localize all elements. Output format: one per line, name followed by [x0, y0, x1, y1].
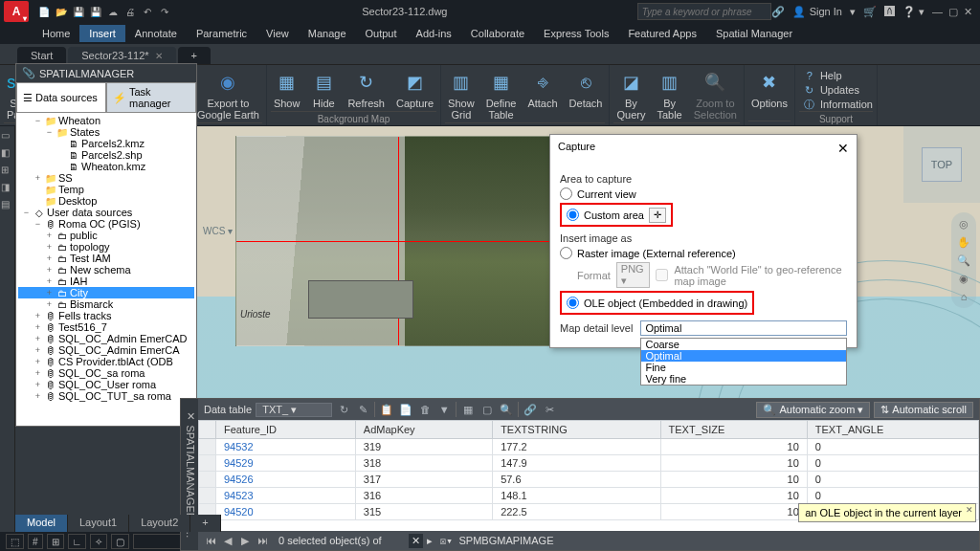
tree-toggle-icon[interactable]: −: [22, 208, 31, 217]
dt-refresh-icon[interactable]: ↻: [336, 402, 351, 417]
osnap-toggle[interactable]: ▢: [111, 534, 129, 549]
menu-spatial-manager[interactable]: Spatial Manager: [706, 25, 802, 42]
tree-toggle-icon[interactable]: +: [33, 334, 42, 343]
dt-header[interactable]: Feature_ID: [216, 421, 356, 439]
tree-item[interactable]: +🛢Fells tracks: [18, 310, 194, 321]
doctab-new[interactable]: +: [178, 47, 211, 64]
detail-option[interactable]: Very fine: [641, 373, 846, 385]
nav-steer-icon[interactable]: ⌂: [961, 291, 968, 302]
dt-close-icon[interactable]: ✕: [187, 410, 195, 423]
spm-tab-data-sources[interactable]: ☰Data sources: [16, 82, 106, 113]
tree-item[interactable]: +🛢SQL_OC_TUT_sa roma: [18, 390, 194, 402]
dt-define-table-button[interactable]: ▦DefineTable: [483, 69, 520, 122]
tree-toggle-icon[interactable]: −: [33, 219, 42, 229]
dt-filter-icon[interactable]: ▼: [436, 402, 452, 417]
sel-by-table-button[interactable]: ▥ByTable: [654, 69, 684, 122]
qat-undo-icon[interactable]: ↶: [140, 4, 155, 19]
attach-icon[interactable]: 📎: [22, 67, 35, 79]
tree-item[interactable]: −◇User data sources: [18, 207, 194, 218]
doctab-close-icon[interactable]: ✕: [155, 51, 163, 61]
layout-tab-model[interactable]: Model: [15, 515, 68, 532]
dt-layer-select[interactable]: TXT_ ▾: [256, 403, 332, 417]
bg-refresh-button[interactable]: ↻Refresh: [345, 69, 388, 111]
rail-icon-2[interactable]: ◧: [1, 147, 14, 161]
help-icon[interactable]: ❔ ▾: [902, 6, 924, 18]
dt-delete-icon[interactable]: 🗑: [417, 402, 433, 417]
table-row[interactable]: 94523316148.1100: [199, 488, 979, 504]
detail-option[interactable]: Fine: [641, 362, 846, 373]
tree-toggle-icon[interactable]: −: [33, 116, 42, 125]
qat-new-icon[interactable]: 📄: [36, 4, 52, 19]
radio-raster[interactable]: Raster image (External reference): [560, 247, 847, 259]
tree-toggle-icon[interactable]: +: [33, 322, 42, 332]
tree-item[interactable]: −📁States: [18, 126, 194, 138]
qat-save-icon[interactable]: 💾: [71, 4, 86, 19]
tree-item[interactable]: +📁SS: [18, 172, 194, 184]
tree-item[interactable]: +🛢CS Provider.tblAct (ODB: [18, 356, 194, 367]
app-logo[interactable]: A: [4, 1, 29, 22]
dt-next-icon[interactable]: ▶: [238, 534, 252, 547]
ortho-toggle[interactable]: ∟: [68, 534, 87, 549]
tree-item[interactable]: +🗀City: [18, 287, 194, 298]
table-row[interactable]: 94529318147.9100: [199, 455, 979, 472]
menu-home[interactable]: Home: [33, 25, 79, 42]
close-cmd-icon[interactable]: ✕: [409, 534, 423, 548]
dt-last-icon[interactable]: ⏭: [256, 534, 269, 547]
bg-hide-button[interactable]: ▤Hide: [308, 69, 339, 111]
layout-tab-layout1[interactable]: Layout1: [68, 515, 129, 532]
tree-item[interactable]: +🗀public: [18, 230, 194, 241]
radio-ole[interactable]: OLE object (Embedded in drawing): [567, 297, 747, 309]
cmd-chevron-icon[interactable]: ▸: [427, 535, 433, 547]
spm-tab-task-manager[interactable]: ⚡Task manager: [106, 82, 196, 113]
tree-item[interactable]: +🗀Bismarck: [18, 298, 194, 310]
cart-icon[interactable]: 🛒: [863, 6, 877, 18]
dt-edit-icon[interactable]: ✎: [355, 402, 370, 417]
tree-toggle-icon[interactable]: +: [33, 368, 42, 378]
options-button[interactable]: ✖Options: [748, 69, 791, 111]
dt-attach-button[interactable]: ⎆Attach: [524, 69, 560, 111]
tree-item[interactable]: 📁Desktop: [18, 195, 194, 207]
export-kml-button[interactable]: ◉Export toGoogle Earth: [194, 69, 262, 122]
menu-output[interactable]: Output: [356, 25, 407, 42]
menu-collaborate[interactable]: Collaborate: [461, 25, 534, 42]
tree-item[interactable]: −🛢Roma OC (PGIS): [18, 218, 194, 230]
table-row[interactable]: 94532319177.2100: [199, 439, 979, 455]
app-switch-icon[interactable]: 🅰: [884, 6, 895, 17]
dt-zoom-sel-icon[interactable]: 🔍: [499, 402, 514, 417]
dt-header[interactable]: TEXT_SIZE: [660, 421, 807, 439]
maximize-icon[interactable]: ▢: [948, 6, 958, 18]
tree-toggle-icon[interactable]: +: [45, 242, 54, 252]
sel-by-query-button[interactable]: ◪ByQuery: [613, 69, 648, 122]
menu-manage[interactable]: Manage: [299, 25, 356, 42]
tree-item[interactable]: +🗀New schema: [18, 264, 194, 276]
dt-unlink-icon[interactable]: ✂: [542, 402, 557, 417]
nav-wheel-icon[interactable]: ◎: [959, 218, 969, 231]
keyword-search-input[interactable]: [637, 3, 771, 20]
tree-toggle-icon[interactable]: +: [33, 357, 42, 366]
share-icon[interactable]: 🔗: [771, 6, 785, 18]
menu-parametric[interactable]: Parametric: [187, 25, 256, 42]
tree-toggle-icon[interactable]: +: [33, 311, 42, 320]
dt-detach-button[interactable]: ⎋Detach: [567, 69, 606, 111]
tree-item[interactable]: +🛢SQL_OC_sa roma: [18, 367, 194, 379]
dialog-close-icon[interactable]: ✕: [837, 141, 849, 156]
tree-item[interactable]: 🗎Wheaton.kmz: [18, 161, 194, 172]
tree-item[interactable]: +🛢SQL_OC_Admin EmerCAD: [18, 333, 194, 344]
updates-button[interactable]: ↻Updates: [803, 83, 873, 97]
detail-level-select[interactable]: Optimal CoarseOptimalFineVery fine: [640, 320, 847, 336]
dt-header[interactable]: AdMapKey: [355, 421, 492, 439]
rail-icon-5[interactable]: ▤: [1, 199, 14, 212]
menu-insert[interactable]: Insert: [79, 25, 125, 42]
dt-first-icon[interactable]: ⏮: [204, 534, 217, 547]
tree-toggle-icon[interactable]: +: [33, 380, 42, 389]
dt-header[interactable]: TEXT_ANGLE: [807, 421, 978, 439]
view-cube-top[interactable]: TOP: [922, 147, 962, 182]
dt-select-all-icon[interactable]: ▦: [460, 402, 476, 417]
menu-featured-apps[interactable]: Featured Apps: [618, 25, 706, 42]
tree-toggle-icon[interactable]: +: [45, 276, 54, 286]
tree-toggle-icon[interactable]: +: [45, 288, 54, 298]
dt-header[interactable]: TEXTSTRING: [493, 421, 660, 439]
view-cube[interactable]: TOP: [903, 126, 980, 203]
dt-select-none-icon[interactable]: ▢: [479, 402, 495, 417]
tree-toggle-icon[interactable]: +: [45, 231, 54, 240]
